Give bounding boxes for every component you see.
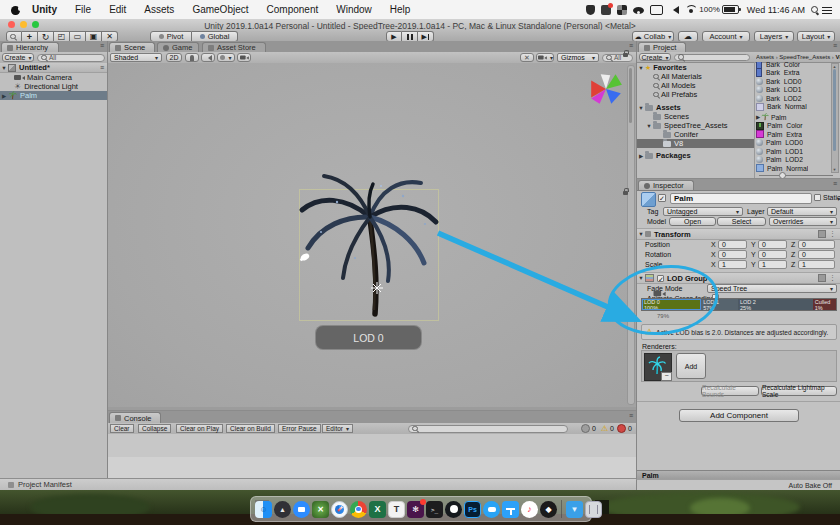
position-y-field[interactable]: 0	[758, 240, 787, 249]
project-scrollbar[interactable]: ▲ ▼	[831, 63, 839, 173]
panel-menu-icon[interactable]: ≡	[833, 42, 837, 49]
console-editor-dropdown[interactable]: Editor▾	[322, 424, 353, 433]
hierarchy-create-button[interactable]: Create ▾	[2, 53, 34, 62]
presets-icon[interactable]	[818, 274, 826, 282]
rotation-x-field[interactable]: 0	[718, 250, 747, 259]
project-favorites[interactable]: ▼ ★ Favorites	[637, 63, 754, 72]
dock-safari-icon[interactable]	[331, 501, 348, 518]
file-palm-lod1[interactable]: Palm_LOD1	[755, 147, 840, 156]
file-palm-normal[interactable]: Palm_Normal	[755, 164, 840, 172]
context-menu-icon[interactable]: ⋮	[829, 230, 836, 238]
scene-scrollbar[interactable]	[627, 65, 635, 405]
context-menu-icon[interactable]: ⋮	[829, 274, 836, 282]
lod-segment-0[interactable]: LOD 0 100%	[642, 299, 701, 310]
tab-asset-store[interactable]: Asset Store	[202, 42, 266, 52]
dock-github-icon[interactable]	[445, 501, 462, 518]
dock-terminal-icon[interactable]: >_	[426, 501, 443, 518]
console-clear-on-build-button[interactable]: Clear on Build	[226, 424, 275, 433]
dock-finder-icon[interactable]: ☺	[255, 501, 272, 518]
camera-dropdown-button[interactable]: ▾	[536, 53, 554, 62]
console-clear-button[interactable]: Clear	[110, 424, 134, 433]
close-window-button[interactable]	[8, 21, 15, 28]
dock-downloads-icon[interactable]: ▼	[566, 501, 583, 518]
tab-hierarchy[interactable]: Hierarchy	[1, 42, 59, 52]
effects-dropdown-button[interactable]: ▾	[217, 53, 235, 62]
scene-header-row[interactable]: ▼ Untitled* ≡	[0, 63, 107, 73]
file-palm-lod2[interactable]: Palm_LOD2	[755, 156, 840, 165]
menu-component[interactable]: Component	[267, 4, 319, 15]
status-checker-icon[interactable]	[617, 5, 627, 15]
model-overrides-dropdown[interactable]: Overrides▾	[769, 217, 837, 226]
dock-chat-icon[interactable]	[483, 501, 500, 518]
lod-segment-culled[interactable]: Culled 1%	[813, 299, 836, 310]
lock-icon[interactable]	[623, 188, 629, 195]
tab-inspector[interactable]: Inspector	[638, 180, 694, 190]
dock-zoom-icon[interactable]	[293, 501, 310, 518]
console-search-input[interactable]	[408, 425, 568, 433]
dock-chrome-icon[interactable]	[350, 501, 367, 518]
layer-dropdown[interactable]: Default▾	[767, 207, 837, 216]
tools-icon-button[interactable]: ✕	[520, 53, 534, 62]
lod-segment-1[interactable]: LOD 1 57%	[701, 299, 738, 310]
dock-music-icon[interactable]: ♪	[521, 501, 538, 518]
file-bark-lod2[interactable]: Bark_LOD2	[755, 94, 840, 103]
panel-menu-icon[interactable]: ≡	[100, 42, 104, 49]
scale-z-field[interactable]: 1	[798, 260, 835, 269]
project-create-button[interactable]: Create ▾	[639, 53, 671, 61]
dock-photoshop-icon[interactable]: Ps	[464, 501, 481, 518]
position-x-field[interactable]: 0	[718, 240, 747, 249]
project-fav-all-models[interactable]: All Models	[637, 81, 754, 90]
preview-bar[interactable]: Palm	[636, 470, 840, 479]
hierarchy-item-directional-light[interactable]: ☀ Directional Light	[0, 82, 107, 91]
recalculate-bounds-button[interactable]: Recalculate Bounds	[701, 386, 759, 396]
file-palm-lod0[interactable]: Palm_LOD0	[755, 139, 840, 148]
audio-toggle-button[interactable]	[201, 53, 215, 62]
menu-gameobject[interactable]: GameObject	[192, 4, 248, 15]
zoom-window-button[interactable]	[32, 21, 39, 28]
tab-game[interactable]: Game	[157, 42, 199, 52]
console-log-list[interactable]	[108, 434, 636, 458]
project-conifer-folder[interactable]: Conifer	[637, 130, 754, 139]
menu-assets[interactable]: Assets	[144, 4, 174, 15]
model-select-button[interactable]: Select	[717, 217, 766, 226]
scene-foldout-icon[interactable]: ▼	[0, 65, 8, 71]
project-packages[interactable]: ▶ Packages	[637, 151, 754, 160]
dock-slack-icon[interactable]: ✻	[407, 501, 424, 518]
status-eye-icon[interactable]	[633, 7, 644, 14]
wifi-icon[interactable]	[685, 5, 696, 14]
status-app-badge-icon[interactable]	[601, 5, 611, 15]
file-bark-lod0[interactable]: Bark_LOD0	[755, 77, 840, 86]
tag-dropdown[interactable]: Untagged▾	[663, 207, 743, 216]
project-fav-all-materials[interactable]: All Materials	[637, 72, 754, 81]
recalculate-lightmap-button[interactable]: Recalculate Lightmap Scale	[761, 386, 837, 396]
gizmos-dropdown[interactable]: Gizmos ▾	[557, 53, 599, 62]
palm-tree[interactable]	[285, 162, 455, 322]
menu-window[interactable]: Window	[336, 4, 372, 15]
lod-group-enabled-checkbox[interactable]: ✓	[657, 275, 664, 282]
status-display-icon[interactable]	[650, 5, 663, 15]
dock-keynote-icon[interactable]	[502, 501, 519, 518]
project-fav-all-prefabs[interactable]: All Prefabs	[637, 90, 754, 99]
lock-icon[interactable]	[623, 50, 629, 57]
fade-mode-dropdown[interactable]: Speed Tree▾	[707, 284, 837, 293]
status-shield-icon[interactable]	[586, 5, 595, 15]
console-error-toggle[interactable]: 0	[617, 424, 632, 433]
dock-excel-icon[interactable]: X	[369, 501, 386, 518]
project-assets-folder[interactable]: ▼ Assets	[637, 103, 754, 112]
panel-menu-icon[interactable]: ≡	[629, 412, 633, 419]
console-info-toggle[interactable]: 0	[581, 424, 596, 433]
model-open-button[interactable]: Open	[669, 217, 716, 226]
hierarchy-item-main-camera[interactable]: Main Camera	[0, 73, 107, 82]
scale-x-field[interactable]: 1	[718, 260, 747, 269]
hierarchy-item-palm[interactable]: ▶ Palm	[0, 91, 107, 100]
lod-camera-playhead-icon[interactable]	[654, 290, 665, 298]
auto-bake-bar[interactable]: Auto Bake Off	[636, 479, 840, 490]
lighting-toggle-button[interactable]	[185, 53, 199, 62]
lod-bar[interactable]: LOD 0 100% LOD 1 57% LOD 2 25% Culled 1%	[641, 298, 837, 311]
lod-segment-2[interactable]: LOD 2 25%	[738, 299, 813, 310]
scale-y-field[interactable]: 1	[758, 260, 787, 269]
file-bark-extra[interactable]: Bark_Extra	[755, 69, 840, 78]
project-scenes-folder[interactable]: Scenes	[637, 112, 754, 121]
file-palm-model[interactable]: ▶ Palm	[755, 113, 840, 122]
hierarchy-search-input[interactable]: All	[37, 54, 105, 62]
